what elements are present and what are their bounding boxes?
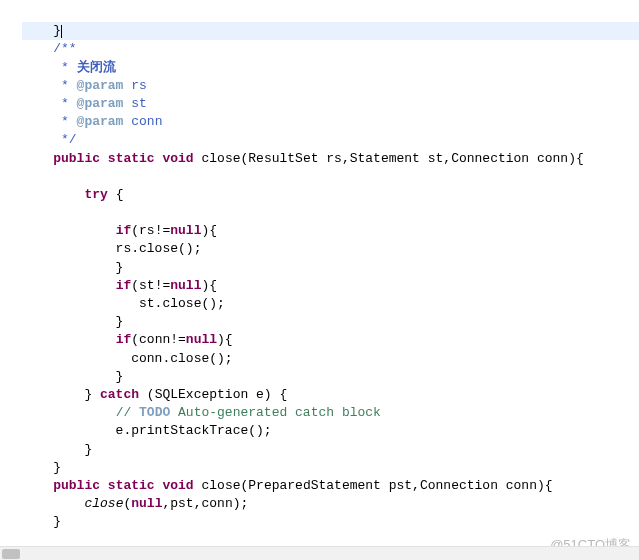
code-text: }	[22, 23, 61, 38]
brace: {	[108, 187, 124, 202]
todo-text: Auto-generated catch block	[170, 405, 381, 420]
keyword-null: null	[186, 332, 217, 347]
todo-comment: // TODO Auto-generated catch block	[22, 405, 381, 420]
if-line: if(conn!=null){	[22, 332, 233, 347]
keyword-null: null	[131, 496, 162, 511]
condition: (st!=	[131, 278, 170, 293]
keyword-null: null	[170, 278, 201, 293]
args: ,pst,conn);	[162, 496, 248, 511]
method-signature: public static void close(PreparedStateme…	[22, 478, 553, 493]
todo-label: TODO	[139, 405, 170, 420]
keyword-void: void	[162, 478, 193, 493]
method-call: close	[84, 496, 123, 511]
keyword-static: static	[108, 151, 155, 166]
method-rest: close(PreparedStatement pst,Connection c…	[194, 478, 553, 493]
condition: (conn!=	[131, 332, 186, 347]
param-name: st	[123, 96, 146, 111]
keyword-catch: catch	[100, 387, 139, 402]
param-tag: @param	[77, 78, 124, 93]
stmt: e.printStackTrace();	[22, 423, 272, 438]
brace-close: }	[22, 514, 61, 529]
catch-line: } catch (SQLException e) {	[22, 387, 287, 402]
if-line: if(st!=null){	[22, 278, 217, 293]
text-cursor	[61, 25, 62, 38]
brace-close: }	[22, 314, 123, 329]
call-line: close(null,pst,conn);	[22, 496, 248, 511]
horizontal-scrollbar[interactable]	[0, 546, 639, 560]
keyword-public: public	[53, 478, 100, 493]
keyword-public: public	[53, 151, 100, 166]
javadoc-open: /**	[22, 41, 77, 56]
brace-close: }	[22, 460, 61, 475]
javadoc-param: * @param conn	[22, 114, 162, 129]
brace: ){	[201, 223, 217, 238]
if-line: if(rs!=null){	[22, 223, 217, 238]
method-signature: public static void close(ResultSet rs,St…	[22, 151, 584, 166]
param-name: conn	[123, 114, 162, 129]
brace: ){	[217, 332, 233, 347]
param-tag: @param	[77, 114, 124, 129]
scrollbar-thumb[interactable]	[2, 549, 20, 559]
javadoc-param: * @param rs	[22, 78, 147, 93]
param-tag: @param	[77, 96, 124, 111]
brace: ){	[201, 278, 217, 293]
comment-slashes: //	[116, 405, 139, 420]
try-line: try {	[22, 187, 123, 202]
javadoc-param: * @param st	[22, 96, 147, 111]
code-editor: } /** * 关闭流 * @param rs * @param st * @p…	[0, 0, 639, 540]
javadoc-star: *	[22, 114, 77, 129]
brace-close: }	[22, 442, 92, 457]
keyword-if: if	[116, 332, 132, 347]
javadoc-close: */	[22, 132, 77, 147]
brace-close: }	[22, 260, 123, 275]
javadoc-star: *	[22, 96, 77, 111]
keyword-null: null	[170, 223, 201, 238]
stmt: st.close();	[22, 296, 225, 311]
condition: (rs!=	[131, 223, 170, 238]
stmt: rs.close();	[22, 241, 201, 256]
method-rest: close(ResultSet rs,Statement st,Connecti…	[194, 151, 584, 166]
catch-rest: (SQLException e) {	[139, 387, 287, 402]
keyword-static: static	[108, 478, 155, 493]
javadoc-star: *	[22, 60, 77, 75]
brace-close: }	[22, 369, 123, 384]
param-name: rs	[123, 78, 146, 93]
indent	[22, 496, 84, 511]
keyword-try: try	[84, 187, 107, 202]
javadoc-desc: 关闭流	[77, 60, 116, 75]
keyword-if: if	[116, 278, 132, 293]
stmt: conn.close();	[22, 351, 233, 366]
javadoc-line: * 关闭流	[22, 60, 116, 75]
javadoc-star: *	[22, 78, 77, 93]
current-line: }	[22, 22, 639, 40]
keyword-void: void	[162, 151, 193, 166]
keyword-if: if	[116, 223, 132, 238]
